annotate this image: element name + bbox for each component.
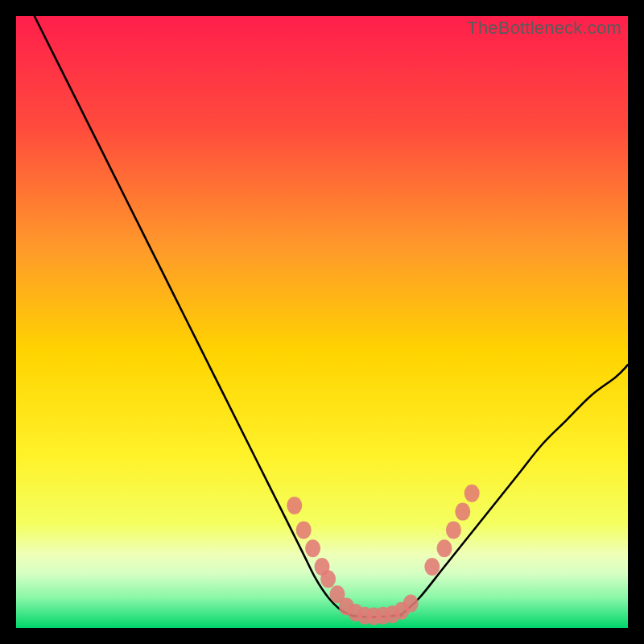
data-marker	[305, 539, 320, 557]
data-marker	[464, 485, 480, 502]
chart-frame: TheBottleneck.com	[16, 16, 628, 628]
data-marker	[320, 570, 336, 588]
data-marker	[424, 558, 440, 576]
gradient-background	[16, 16, 628, 628]
data-marker	[455, 503, 470, 521]
chart-svg	[16, 16, 628, 628]
data-marker	[437, 539, 452, 557]
attribution-label: TheBottleneck.com	[467, 18, 621, 39]
data-marker	[446, 521, 461, 539]
data-marker	[403, 595, 419, 613]
data-marker	[287, 497, 302, 514]
data-marker	[296, 521, 312, 539]
